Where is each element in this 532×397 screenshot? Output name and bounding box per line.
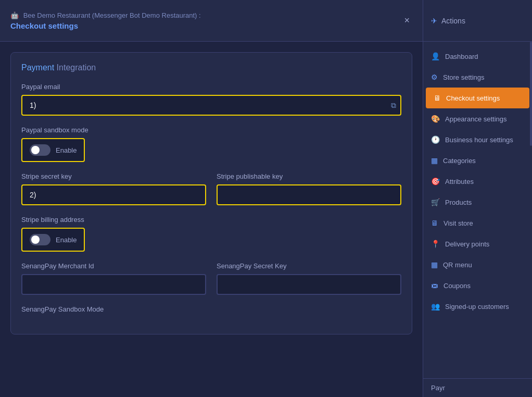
- sidebar-partial-label: Payr: [423, 378, 532, 397]
- paypal-sandbox-toggle[interactable]: [30, 144, 50, 156]
- business-hour-icon: 🕐: [431, 135, 440, 144]
- payment-card: Payment Integration Paypal email ⧉ Paypa…: [10, 52, 412, 334]
- main-content: 🤖 Bee Demo Restaurant (Messenger Bot Dem…: [0, 0, 423, 397]
- header-subtitle: Checkout settings: [10, 21, 201, 30]
- stripe-publishable-group: Stripe publishable key: [217, 172, 401, 205]
- robot-icon: 🤖: [10, 11, 19, 19]
- sidebar-item-label: Store settings: [443, 73, 485, 81]
- sidebar-item-categories[interactable]: ▦ Categories: [423, 150, 532, 171]
- store-settings-icon: ⚙: [431, 73, 438, 81]
- actions-label: Actions: [441, 17, 465, 25]
- sidebar-item-visit-store[interactable]: 🖥 Visit store: [423, 213, 532, 233]
- stripe-billing-enable-label: Enable: [56, 236, 77, 244]
- sidebar-item-attributes[interactable]: 🎯 Attributes: [423, 171, 532, 192]
- senangpay-merchant-label: SenangPay Merchant Id: [21, 262, 206, 270]
- header-left: 🤖 Bee Demo Restaurant (Messenger Bot Dem…: [10, 11, 201, 30]
- content-area: Payment Integration Paypal email ⧉ Paypa…: [0, 42, 423, 397]
- delivery-points-icon: 📍: [431, 240, 440, 248]
- qr-menu-icon: ▦: [431, 260, 438, 269]
- sidebar-item-label: Dashboard: [445, 53, 478, 60]
- stripe-billing-label: Stripe billing address: [21, 216, 401, 224]
- stripe-keys-row: Stripe secret key Stripe publishable key: [21, 172, 401, 216]
- sidebar-menu: 👤 Dashboard ⚙ Store settings 🖥 Checkout …: [423, 42, 532, 378]
- paypal-sandbox-label: Paypal sandbox mode: [21, 126, 401, 134]
- sidebar-item-label: Checkout settings: [446, 94, 500, 102]
- stripe-billing-slider: [30, 234, 50, 245]
- stripe-secret-group: Stripe secret key: [21, 172, 206, 205]
- sidebar-item-signed-up-customers[interactable]: 👥 Signed-up customers: [423, 296, 532, 317]
- stripe-billing-toggle-container: Enable: [21, 228, 85, 252]
- header-title: Bee Demo Restaurant (Messenger Bot Demo …: [23, 11, 201, 19]
- partial-text: Payr: [431, 384, 445, 392]
- stripe-publishable-label: Stripe publishable key: [217, 172, 401, 180]
- sidebar-item-dashboard[interactable]: 👤 Dashboard: [423, 46, 532, 67]
- toggle-slider: [30, 144, 50, 156]
- sidebar-item-checkout-settings[interactable]: 🖥 Checkout settings: [426, 88, 529, 108]
- paypal-enable-label: Enable: [56, 146, 77, 154]
- sidebar-item-label: Products: [445, 198, 472, 206]
- senangpay-secret-group: SenangPay Secret Key: [217, 262, 401, 295]
- stripe-publishable-input[interactable]: [217, 184, 401, 205]
- sidebar: ✈ Actions 👤 Dashboard ⚙ Store settings 🖥…: [423, 0, 532, 397]
- copy-icon: ⧉: [391, 101, 396, 110]
- paypal-email-label: Paypal email: [21, 83, 401, 91]
- paypal-sandbox-toggle-container: Enable: [21, 138, 85, 162]
- paypal-sandbox-group: Paypal sandbox mode Enable: [21, 126, 401, 162]
- stripe-billing-toggle[interactable]: [30, 234, 50, 245]
- sidebar-item-label: Delivery points: [445, 240, 489, 248]
- senangpay-merchant-group: SenangPay Merchant Id: [21, 262, 206, 295]
- senangpay-secret-input[interactable]: [217, 274, 401, 295]
- card-title-payment: Payment: [21, 63, 54, 72]
- categories-icon: ▦: [431, 156, 438, 165]
- dashboard-icon: 👤: [431, 52, 440, 60]
- paypal-email-input[interactable]: [21, 95, 401, 116]
- stripe-secret-col: Stripe secret key: [21, 172, 206, 216]
- coupons-icon: 🎟: [431, 281, 438, 290]
- senangpay-sandbox-label: SenangPay Sandbox Mode: [21, 305, 401, 313]
- sidebar-item-delivery-points[interactable]: 📍 Delivery points: [423, 233, 532, 254]
- sidebar-item-qr-menu[interactable]: ▦ QR menu: [423, 254, 532, 275]
- senangpay-secret-col: SenangPay Secret Key: [217, 262, 401, 305]
- sidebar-item-label: Business hour settings: [445, 136, 513, 144]
- sidebar-item-business-hour-settings[interactable]: 🕐 Business hour settings: [423, 129, 532, 150]
- sidebar-item-products[interactable]: 🛒 Products: [423, 192, 532, 213]
- sidebar-item-label: Appearance settings: [445, 115, 507, 123]
- stripe-secret-input[interactable]: [21, 184, 206, 205]
- sidebar-item-label: Attributes: [445, 178, 474, 185]
- card-title: Payment Integration: [21, 63, 401, 72]
- senangpay-sandbox-group: SenangPay Sandbox Mode: [21, 305, 401, 313]
- sidebar-actions: ✈ Actions: [423, 0, 532, 42]
- visit-store-icon: 🖥: [431, 219, 438, 227]
- checkout-settings-icon: 🖥: [434, 94, 441, 102]
- card-title-integration: Integration: [57, 63, 96, 72]
- senangpay-merchant-input[interactable]: [21, 274, 206, 295]
- products-icon: 🛒: [431, 198, 440, 206]
- actions-icon: ✈: [431, 17, 437, 25]
- sidebar-item-coupons[interactable]: 🎟 Coupons: [423, 275, 532, 296]
- sidebar-item-appearance-settings[interactable]: 🎨 Appearance settings: [423, 108, 532, 129]
- scrollbar[interactable]: [530, 42, 532, 146]
- signed-up-customers-icon: 👥: [431, 302, 440, 311]
- appearance-icon: 🎨: [431, 115, 440, 123]
- header-title-line: 🤖 Bee Demo Restaurant (Messenger Bot Dem…: [10, 11, 201, 19]
- paypal-email-group: Paypal email ⧉: [21, 83, 401, 116]
- sidebar-item-label: Coupons: [444, 282, 471, 290]
- attributes-icon: 🎯: [431, 177, 440, 185]
- paypal-email-input-wrapper: ⧉: [21, 95, 401, 116]
- sidebar-item-label: Visit store: [444, 219, 473, 227]
- senangpay-keys-row: SenangPay Merchant Id SenangPay Secret K…: [21, 262, 401, 305]
- stripe-secret-label: Stripe secret key: [21, 172, 206, 180]
- stripe-publishable-col: Stripe publishable key: [217, 172, 401, 216]
- senangpay-merchant-col: SenangPay Merchant Id: [21, 262, 206, 305]
- stripe-billing-group: Stripe billing address Enable: [21, 216, 401, 252]
- sidebar-item-label: Signed-up customers: [445, 303, 509, 311]
- sidebar-item-label: Categories: [443, 157, 476, 165]
- sidebar-item-store-settings[interactable]: ⚙ Store settings: [423, 67, 532, 88]
- senangpay-secret-label: SenangPay Secret Key: [217, 262, 401, 270]
- sidebar-item-label: QR menu: [443, 261, 472, 269]
- close-button[interactable]: ×: [401, 13, 412, 29]
- header-bar: 🤖 Bee Demo Restaurant (Messenger Bot Dem…: [0, 0, 423, 42]
